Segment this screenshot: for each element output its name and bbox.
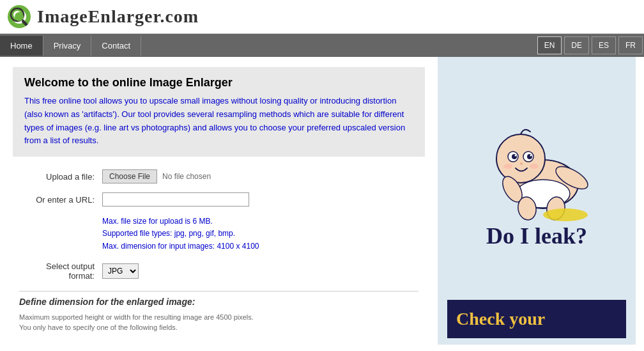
svg-point-0: [11, 8, 24, 21]
url-input[interactable]: [102, 192, 249, 207]
sidebar: Do I leak? Check your: [438, 57, 636, 345]
info-line-1: Max. file size for upload is 6 MB.: [102, 215, 418, 228]
welcome-text: This free online tool allows you to upsc…: [24, 95, 413, 148]
dimension-info-line1: Maximum supported height or width for th…: [19, 312, 418, 323]
dimension-info-line2: You only have to specify one of the foll…: [19, 322, 418, 333]
svg-point-1: [13, 11, 21, 19]
ad-image-area: Do I leak?: [447, 63, 626, 281]
main-content: Welcome to the online Image Enlarger Thi…: [0, 57, 644, 345]
format-row: Select output format: JPG PNG GIF BMP: [19, 261, 418, 281]
upload-label: Upload a file:: [19, 172, 102, 182]
ad-headline: Do I leak?: [486, 222, 587, 249]
form-area: Upload a file: Choose File No file chose…: [13, 169, 425, 333]
url-row: Or enter a URL:: [19, 192, 418, 207]
nav-privacy[interactable]: Privacy: [43, 36, 92, 56]
format-label: Select output format:: [19, 261, 102, 281]
format-select[interactable]: JPG PNG GIF BMP: [102, 263, 139, 279]
header: ImageEnlarger.com: [0, 0, 644, 34]
svg-point-12: [520, 162, 523, 165]
info-line-2: Supported file types: jpg, png, gif, bmp…: [102, 228, 418, 240]
lang-fr[interactable]: FR: [618, 36, 643, 54]
lang-es[interactable]: ES: [592, 36, 616, 54]
upload-row: Upload a file: Choose File No file chose…: [19, 169, 418, 183]
nav-contact[interactable]: Contact: [91, 36, 141, 56]
logo-icon: [8, 5, 31, 28]
ad-dark-bar: Check your: [447, 300, 626, 338]
dimension-info: Maximum supported height or width for th…: [19, 312, 418, 333]
svg-point-13: [503, 164, 512, 169]
url-label: Or enter a URL:: [19, 195, 102, 205]
nav-bar: Home Privacy Contact EN DE ES FR: [0, 34, 644, 57]
svg-point-5: [496, 134, 545, 183]
svg-point-19: [543, 208, 588, 221]
svg-point-11: [530, 155, 532, 157]
welcome-title: Welcome to the online Image Enlarger: [24, 76, 413, 90]
info-text: Max. file size for upload is 6 MB. Suppo…: [102, 215, 418, 253]
svg-line-2: [22, 19, 27, 24]
file-input-wrapper: Choose File No file chosen: [102, 169, 211, 183]
lang-en[interactable]: EN: [537, 36, 562, 54]
baby-illustration: [473, 95, 601, 222]
content-area: Welcome to the online Image Enlarger Thi…: [0, 57, 438, 345]
site-title: ImageEnlarger.com: [37, 6, 199, 27]
info-line-3: Max. dimension for input images: 4100 x …: [102, 240, 418, 253]
dimension-title: Define dimension for the enlarged image:: [19, 297, 418, 307]
no-file-label: No file chosen: [162, 172, 211, 181]
choose-file-button[interactable]: Choose File: [102, 169, 157, 183]
lang-de[interactable]: DE: [564, 36, 589, 54]
svg-point-14: [530, 164, 539, 169]
svg-point-8: [515, 155, 517, 157]
divider: [19, 291, 418, 292]
ad-sub-text: Check your: [456, 309, 617, 329]
nav-home[interactable]: Home: [0, 36, 43, 56]
welcome-box: Welcome to the online Image Enlarger Thi…: [13, 67, 425, 157]
